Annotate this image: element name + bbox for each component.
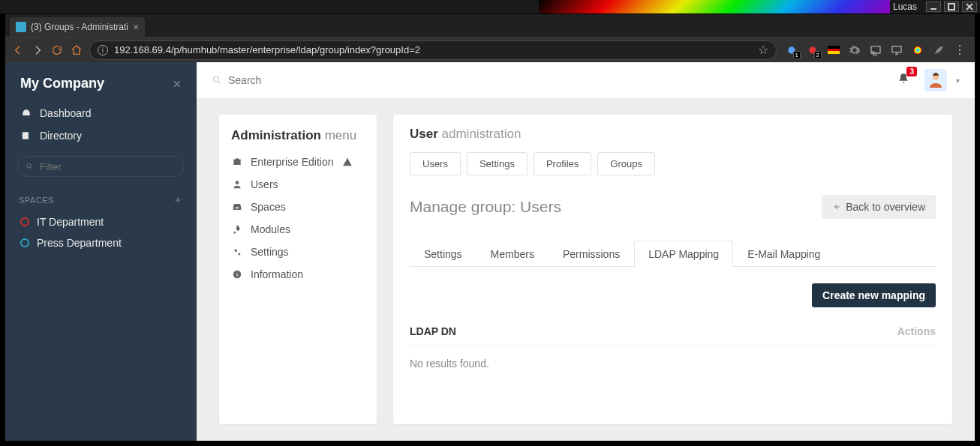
titlebar-decoration xyxy=(539,0,890,13)
admin-menu-label: Spaces xyxy=(251,201,286,213)
os-titlebar: Lucas xyxy=(0,0,980,13)
extension-icon-2[interactable]: 2 xyxy=(807,44,819,56)
section-header: Manage group: Users Back to overview xyxy=(410,195,936,219)
extension-badge-2: 2 xyxy=(814,51,822,59)
admin-menu-label: Users xyxy=(251,178,278,190)
feather-icon[interactable] xyxy=(933,44,945,56)
brand-name: My Company xyxy=(20,76,104,91)
subtab-email-mapping[interactable]: E-Mail Mapping xyxy=(733,241,834,267)
monitor-icon[interactable] xyxy=(891,44,903,56)
filter-input[interactable] xyxy=(40,161,176,172)
bookmark-star-icon[interactable]: ☆ xyxy=(758,43,768,57)
brand-row: My Company ✕ xyxy=(5,62,197,102)
sidebar-close-icon[interactable]: ✕ xyxy=(173,78,182,90)
space-color-ring xyxy=(20,238,29,247)
nav-back-icon[interactable] xyxy=(11,43,25,57)
window-minimize-button[interactable] xyxy=(926,1,941,12)
avatar[interactable] xyxy=(924,69,947,91)
browser-nav-bar: i 192.168.69.4/p/humhub/master/enterpris… xyxy=(5,37,975,62)
admin-menu-item-modules[interactable]: Modules xyxy=(219,218,377,241)
os-username: Lucas xyxy=(893,1,917,12)
chevron-down-icon[interactable]: ▾ xyxy=(956,76,960,85)
admin-menu-item-spaces[interactable]: Spaces xyxy=(219,196,377,218)
warning-icon xyxy=(341,157,353,167)
subtab-members[interactable]: Members xyxy=(476,241,549,267)
tab-profiles[interactable]: Profiles xyxy=(534,152,591,175)
content: Administration menu Enterprise Edition U… xyxy=(197,98,975,441)
admin-menu-item-users[interactable]: Users xyxy=(219,173,377,196)
color-picker-icon[interactable] xyxy=(912,44,924,56)
sidebar-item-dashboard[interactable]: Dashboard xyxy=(5,102,197,124)
tab-users[interactable]: Users xyxy=(410,152,461,175)
space-label: IT Department xyxy=(37,216,104,228)
create-new-mapping-button[interactable]: Create new mapping xyxy=(812,283,936,307)
button-label: Back to overview xyxy=(846,201,925,213)
space-item-it-department[interactable]: IT Department xyxy=(5,211,197,232)
site-info-icon[interactable]: i xyxy=(98,45,108,55)
rocket-icon xyxy=(231,224,243,235)
browser-menu-icon[interactable]: ⋮ xyxy=(954,43,966,57)
book-icon xyxy=(20,130,32,141)
cast-icon[interactable] xyxy=(870,44,882,56)
space-item-press-department[interactable]: Press Department xyxy=(5,232,197,253)
browser-tab-strip: (3) Groups - Administrati × xyxy=(5,14,975,37)
window-close-button[interactable] xyxy=(962,1,977,12)
admin-menu-item-settings[interactable]: Settings xyxy=(219,241,377,263)
dashboard-icon xyxy=(20,108,32,118)
subtab-permissions[interactable]: Permissions xyxy=(549,241,634,267)
subtab-settings[interactable]: Settings xyxy=(410,241,476,267)
sidebar: My Company ✕ Dashboard Directory SPACES xyxy=(5,62,197,441)
svg-point-5 xyxy=(914,46,922,54)
gears-icon xyxy=(231,247,243,257)
add-space-icon[interactable]: ＋ xyxy=(173,193,184,207)
flag-icon[interactable] xyxy=(828,44,840,56)
admin-menu-item-enterprise[interactable]: Enterprise Edition xyxy=(219,151,377,173)
sidebar-filter[interactable] xyxy=(17,156,185,177)
browser-window: (3) Groups - Administrati × i 192.168.69… xyxy=(5,13,975,442)
browser-tab[interactable]: (3) Groups - Administrati × xyxy=(10,17,145,37)
svg-point-10 xyxy=(235,250,238,253)
column-ldap-dn: LDAP DN xyxy=(410,325,456,337)
extension-badge-1: 1 xyxy=(793,51,801,59)
svg-point-7 xyxy=(213,76,218,82)
search-icon xyxy=(26,162,34,171)
back-to-overview-button[interactable]: Back to overview xyxy=(822,195,936,219)
tab-title: (3) Groups - Administrati xyxy=(31,22,128,32)
sidebar-item-label: Directory xyxy=(40,130,82,142)
topbar: 3 ▾ xyxy=(197,62,975,98)
nav-reload-icon[interactable] xyxy=(50,43,64,57)
nav-forward-icon[interactable] xyxy=(31,43,44,57)
main-panel: User administration Users Settings Profi… xyxy=(393,115,952,424)
tab-settings[interactable]: Settings xyxy=(467,152,528,175)
sidebar-item-directory[interactable]: Directory xyxy=(5,124,197,147)
window-maximize-button[interactable] xyxy=(944,1,959,12)
topbar-search[interactable] xyxy=(212,74,882,86)
favicon-icon xyxy=(16,22,26,32)
svg-rect-4 xyxy=(892,46,901,52)
sub-tabs: Settings Members Permissions LDAP Mappin… xyxy=(410,240,936,267)
notifications-badge: 3 xyxy=(906,67,917,76)
admin-menu-item-information[interactable]: Information xyxy=(219,263,377,286)
gear-icon[interactable] xyxy=(849,44,861,56)
admin-menu-label: Enterprise Edition xyxy=(251,156,334,168)
browser-toolbar-right: 1 2 ⋮ xyxy=(783,43,969,57)
subtab-ldap-mapping[interactable]: LDAP Mapping xyxy=(634,241,733,267)
url-bar[interactable]: i 192.168.69.4/p/humhub/master/enterpris… xyxy=(89,40,777,60)
sidebar-nav: Dashboard Directory xyxy=(5,102,197,147)
svg-rect-3 xyxy=(871,46,880,52)
nav-home-icon[interactable] xyxy=(70,43,83,57)
admin-menu-panel: Administration menu Enterprise Edition U… xyxy=(219,115,377,424)
page-title: User administration xyxy=(410,127,936,142)
admin-menu-label: Modules xyxy=(251,223,290,235)
notifications-button[interactable]: 3 xyxy=(891,70,915,91)
admin-menu-label: Information xyxy=(251,268,303,280)
sidebar-item-label: Dashboard xyxy=(40,107,92,119)
main-area: 3 ▾ Administration menu Enterprise Editi… xyxy=(197,62,975,441)
search-input[interactable] xyxy=(228,74,359,86)
extension-icon-1[interactable]: 1 xyxy=(786,44,798,56)
tab-groups[interactable]: Groups xyxy=(597,152,655,175)
table-empty-message: No results found. xyxy=(410,358,936,370)
space-color-ring xyxy=(20,217,29,226)
tab-close-icon[interactable]: × xyxy=(133,22,139,32)
svg-point-11 xyxy=(238,253,240,255)
